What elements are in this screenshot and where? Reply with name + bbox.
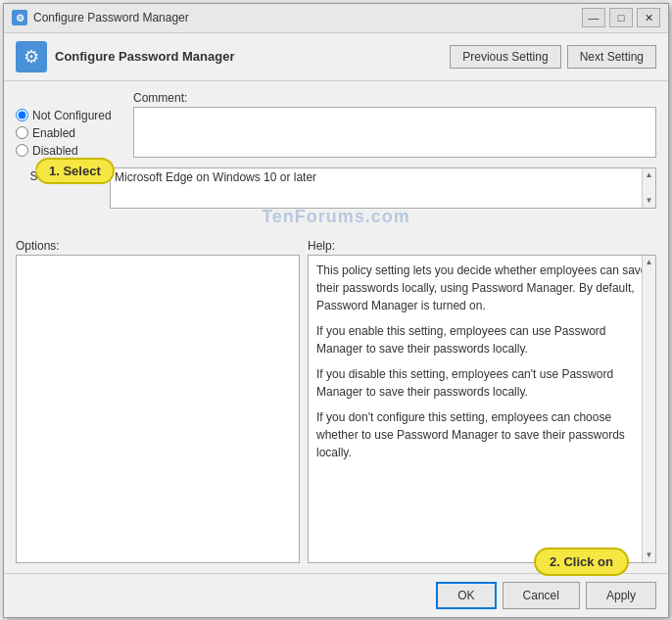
dialog-body: Not Configured Enabled 1. Select Disable… [4,81,668,573]
help-scroll-up[interactable]: ▲ [643,256,656,269]
columns-section: Options: Help: This policy setting lets … [16,239,656,563]
next-setting-button[interactable]: Next Setting [567,45,656,69]
annotation-bubble-2: 2. Click on [534,548,629,576]
dialog-title: Configure Password Manager [55,49,234,64]
help-paragraph: If you don't configure this setting, emp… [316,408,648,461]
annotation-bubble-1: 1. Select [35,158,115,184]
minimize-button[interactable]: — [582,8,605,27]
help-paragraph: If you enable this setting, employees ca… [316,322,648,358]
help-column: Help: This policy setting lets you decid… [308,239,656,563]
apply-button[interactable]: Apply [586,582,656,609]
title-bar-buttons: — □ ✕ [582,8,660,27]
dialog-header: ⚙ Configure Password Manager Previous Se… [4,33,668,81]
radio-group: Not Configured Enabled 1. Select Disable… [16,91,123,158]
title-bar-icon: ⚙ [12,10,27,25]
ok-button[interactable]: OK [436,582,496,609]
not-configured-radio[interactable] [16,109,28,121]
title-bar: ⚙ Configure Password Manager — □ ✕ [4,4,668,33]
disabled-label: Disabled [32,144,78,158]
options-column: Options: [16,239,300,563]
top-section: Not Configured Enabled 1. Select Disable… [16,91,656,158]
comment-label: Comment: [133,91,656,105]
dialog-header-left: ⚙ Configure Password Manager [16,41,234,72]
supported-value: Microsoft Edge on Windows 10 or later [115,170,316,184]
enabled-radio[interactable] [16,126,28,139]
cancel-button[interactable]: Cancel [503,582,580,609]
title-bar-text: Configure Password Manager [33,11,582,24]
header-buttons: Previous Setting Next Setting [450,45,656,69]
help-box: This policy setting lets you decide whet… [308,255,656,563]
previous-setting-button[interactable]: Previous Setting [450,45,560,69]
scroll-up-arrow[interactable]: ▲ [643,168,656,182]
disabled-option[interactable]: Disabled [16,144,123,158]
help-scroll-down[interactable]: ▼ [643,548,656,562]
options-box [16,255,300,563]
comment-section: Comment: [133,91,656,158]
help-paragraph: If you disable this setting, employees c… [316,365,648,401]
supported-scrollbar: ▲ ▼ [642,168,655,208]
help-text: This policy setting lets you decide whet… [316,262,648,461]
help-paragraph: This policy setting lets you decide whet… [316,262,648,314]
disabled-radio[interactable] [16,144,28,157]
supported-box: Microsoft Edge on Windows 10 or later ▲ … [110,167,656,209]
enabled-label: Enabled [32,126,75,140]
enabled-option[interactable]: Enabled [16,126,75,140]
dialog-footer: 2. Click on OK Cancel Apply [4,573,668,617]
not-configured-label: Not Configured [32,109,112,122]
watermark: TenForums.com [16,207,656,227]
maximize-button[interactable]: □ [609,8,633,27]
scroll-down-arrow[interactable]: ▼ [643,194,656,208]
comment-textarea[interactable] [133,107,656,158]
options-label: Options: [16,239,300,253]
help-label: Help: [308,239,656,253]
help-scrollbar: ▲ ▼ [642,256,655,562]
main-window: ⚙ Configure Password Manager — □ ✕ ⚙ Con… [3,3,669,618]
not-configured-option[interactable]: Not Configured [16,109,123,122]
close-button[interactable]: ✕ [637,8,660,27]
dialog-icon: ⚙ [16,41,47,72]
